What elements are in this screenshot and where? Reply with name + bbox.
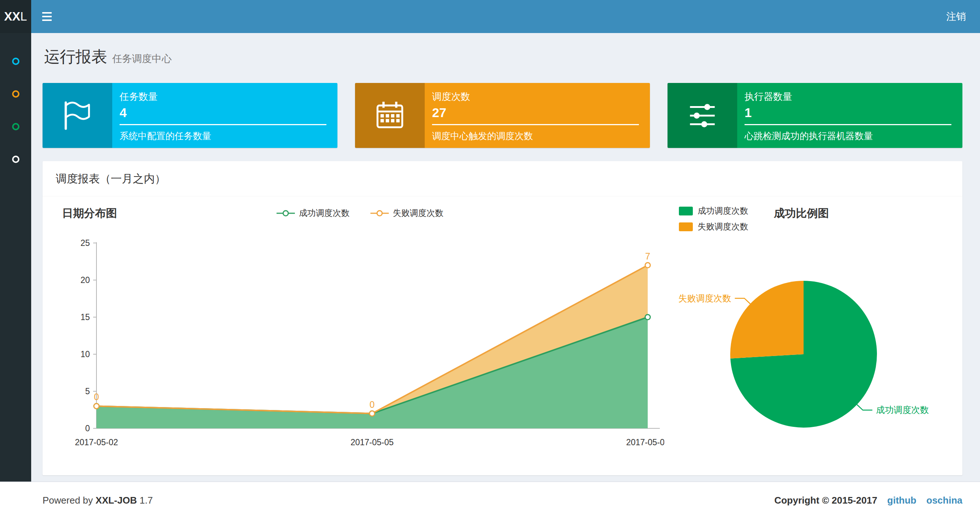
legend-item-success[interactable]: 成功调度次数	[276, 208, 350, 219]
pie-chart-canvas[interactable]: 成功调度次数失败调度次数	[664, 240, 947, 461]
top-navbar: XXL 注销	[0, 0, 980, 33]
info-box-divider	[119, 124, 326, 125]
page-subtitle: 任务调度中心	[112, 53, 172, 64]
sidebar-item-1[interactable]	[0, 45, 31, 77]
pie-chart-legend: 成功调度次数 失败调度次数	[679, 205, 748, 232]
sliders-icon	[668, 83, 737, 148]
github-link[interactable]: github	[887, 495, 916, 506]
svg-text:7: 7	[645, 251, 650, 261]
line-chart-canvas[interactable]: 05101520252017-05-022017-05-052017-05-08…	[56, 227, 664, 458]
info-box-executors: 执行器数量 1 心跳检测成功的执行器机器数量	[668, 83, 963, 148]
svg-text:失败调度次数: 失败调度次数	[679, 293, 731, 303]
line-legend-icon	[370, 209, 389, 217]
panel-title: 调度报表（一月之内）	[43, 161, 963, 196]
logo-text-light: L	[20, 10, 27, 24]
hamburger-icon	[42, 12, 52, 14]
page-footer: Powered by XXL-JOB 1.7 Copyright © 2015-…	[0, 482, 980, 519]
info-box-description: 系统中配置的任务数量	[119, 130, 326, 142]
info-box-divider	[432, 124, 639, 125]
sidebar-nav	[0, 33, 31, 482]
info-box-divider	[745, 124, 951, 125]
legend-item-fail[interactable]: 失败调度次数	[370, 208, 444, 219]
logout-link[interactable]: 注销	[946, 10, 966, 23]
legend-item-fail[interactable]: 失败调度次数	[679, 221, 748, 232]
app-logo[interactable]: XXL	[0, 0, 31, 33]
legend-swatch-icon	[679, 222, 693, 231]
circle-o-icon	[12, 57, 19, 65]
circle-o-icon	[12, 156, 19, 163]
svg-text:2017-05-08: 2017-05-08	[626, 438, 664, 447]
svg-text:20: 20	[80, 275, 90, 285]
line-legend-icon	[276, 209, 295, 217]
svg-text:2017-05-05: 2017-05-05	[351, 438, 394, 447]
navbar-right: 注销	[946, 0, 980, 33]
legend-swatch-icon	[679, 207, 693, 216]
flag-icon	[43, 83, 112, 148]
svg-text:0: 0	[94, 392, 99, 402]
info-box-title: 调度次数	[432, 90, 639, 103]
oschina-link[interactable]: oschina	[926, 495, 963, 506]
info-box-row: 任务数量 4 系统中配置的任务数量	[43, 83, 963, 148]
calendar-icon	[355, 83, 425, 148]
product-name: XXL-JOB	[96, 495, 137, 506]
line-chart-legend: 成功调度次数 失败调度次数	[56, 208, 664, 219]
info-box-value: 1	[745, 105, 951, 120]
logo-text-bold: XX	[4, 10, 20, 24]
content-header: 运行报表任务调度中心	[43, 46, 963, 67]
svg-text:5: 5	[85, 386, 90, 396]
sidebar-item-3[interactable]	[0, 110, 31, 143]
info-box-jobs: 任务数量 4 系统中配置的任务数量	[43, 83, 337, 148]
report-panel: 调度报表（一月之内） 日期分布图	[43, 161, 963, 475]
info-box-value: 4	[119, 105, 326, 120]
info-box-title: 执行器数量	[745, 90, 951, 103]
svg-text:15: 15	[80, 312, 90, 322]
sidebar-toggle-button[interactable]	[31, 0, 63, 33]
circle-o-icon	[12, 123, 19, 130]
info-box-value: 27	[432, 105, 639, 120]
svg-text:25: 25	[80, 238, 90, 248]
legend-item-success[interactable]: 成功调度次数	[679, 205, 748, 217]
circle-o-icon	[12, 90, 19, 97]
date-distribution-chart: 日期分布图 成功调度次数	[56, 199, 664, 461]
info-box-description: 心跳检测成功的执行器机器数量	[745, 130, 951, 142]
svg-text:成功调度次数: 成功调度次数	[876, 405, 929, 415]
copyright: Copyright © 2015-2017 github oschina	[774, 495, 963, 506]
info-box-title: 任务数量	[119, 90, 326, 103]
svg-text:10: 10	[80, 350, 90, 359]
sidebar-item-2[interactable]	[0, 77, 31, 110]
powered-by: Powered by XXL-JOB 1.7	[43, 495, 153, 506]
svg-text:0: 0	[85, 423, 90, 433]
xxl-job-dashboard: XXL 注销 运行	[0, 0, 980, 519]
info-box-description: 调度中心触发的调度次数	[432, 130, 639, 142]
content: 运行报表任务调度中心 任务数量 4 系统中	[31, 33, 980, 482]
pie-chart-title: 成功比例图	[774, 206, 829, 221]
page-title: 运行报表任务调度中心	[44, 46, 963, 67]
main-area: 运行报表任务调度中心 任务数量 4 系统中	[0, 33, 980, 482]
product-version: 1.7	[139, 495, 153, 506]
info-box-triggers: 调度次数 27 调度中心触发的调度次数	[355, 83, 650, 148]
success-ratio-chart: 成功调度次数 失败调度次数 成功比例图 成功调度次数失败调度次数	[664, 199, 950, 461]
sidebar-item-4[interactable]	[0, 143, 31, 176]
svg-text:0: 0	[370, 399, 375, 410]
svg-text:2017-05-02: 2017-05-02	[75, 438, 118, 447]
